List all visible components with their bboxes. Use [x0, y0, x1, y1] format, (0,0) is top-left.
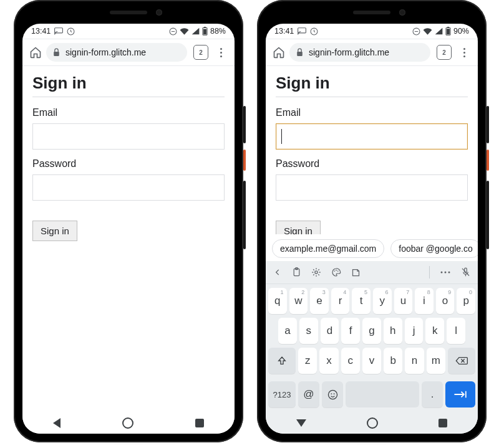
next-key[interactable] — [445, 381, 475, 407]
key-s[interactable]: s — [299, 318, 318, 344]
key-z[interactable]: z — [298, 348, 317, 374]
overflow-menu-icon[interactable] — [458, 48, 470, 57]
power-button — [487, 106, 489, 143]
system-nav-bar — [266, 412, 478, 434]
address-bar: signin-form.glitch.me 2 — [266, 39, 478, 65]
backspace-key[interactable] — [448, 348, 475, 374]
key-r[interactable]: r4 — [331, 288, 350, 314]
svg-point-19 — [334, 270, 335, 272]
phone-right: 13:41 90% signin-form.glitch.m — [257, 0, 487, 442]
key-f[interactable]: f — [341, 318, 360, 344]
svg-point-23 — [445, 272, 447, 274]
key-a[interactable]: a — [278, 318, 297, 344]
battery-icon — [445, 27, 451, 36]
key-m[interactable]: m — [427, 348, 445, 374]
volume-button — [243, 181, 246, 249]
battery-icon — [202, 27, 208, 36]
lock-icon — [52, 48, 61, 57]
email-field[interactable] — [276, 123, 468, 150]
collapse-icon[interactable] — [273, 268, 282, 277]
email-field[interactable] — [32, 123, 225, 150]
key-i[interactable]: i8 — [415, 288, 434, 314]
nav-hide-keyboard-icon[interactable] — [296, 419, 306, 427]
key-u[interactable]: u7 — [394, 288, 413, 314]
svg-point-18 — [315, 271, 317, 274]
key-y[interactable]: y6 — [373, 288, 392, 314]
phone-left: 13:41 88% signin-form.glitch.m — [14, 0, 243, 442]
key-w[interactable]: w2 — [289, 288, 308, 314]
key-l[interactable]: l — [447, 318, 465, 344]
key-q[interactable]: q1 — [268, 288, 287, 314]
status-bar: 13:41 90% — [266, 24, 478, 39]
clipboard-icon[interactable] — [292, 267, 301, 277]
period-key[interactable]: . — [422, 381, 443, 407]
nav-recents-icon[interactable] — [438, 419, 447, 427]
overflow-menu-icon[interactable] — [215, 48, 227, 57]
key-v[interactable]: v — [362, 348, 381, 374]
screen: 13:41 90% signin-form.glitch.m — [266, 24, 478, 434]
svg-point-20 — [336, 270, 337, 271]
cast-icon — [298, 27, 306, 35]
password-label: Password — [276, 158, 468, 169]
key-h[interactable]: h — [384, 318, 402, 344]
key-e[interactable]: e3 — [310, 288, 329, 314]
key-x[interactable]: x — [319, 348, 338, 374]
autofill-suggestion[interactable]: foobar @google.co — [390, 239, 478, 258]
text-caret — [281, 129, 282, 144]
svg-point-31 — [333, 393, 334, 394]
signal-icon — [191, 27, 200, 35]
nav-back-icon[interactable] — [53, 418, 61, 428]
autofill-bar: example.me@gmail.com foobar @google.co — [266, 234, 478, 263]
home-icon[interactable] — [29, 45, 42, 59]
lock-icon — [296, 48, 304, 57]
gear-icon[interactable] — [311, 267, 321, 277]
mic-off-icon[interactable] — [461, 267, 470, 277]
wifi-icon — [180, 27, 189, 35]
key-t[interactable]: t5 — [352, 288, 371, 314]
nav-recents-icon[interactable] — [195, 419, 204, 427]
key-n[interactable]: n — [405, 348, 424, 374]
svg-rect-13 — [447, 27, 449, 27]
omnibox[interactable]: signin-form.glitch.me — [289, 43, 430, 62]
clock-icon — [67, 27, 75, 36]
key-c[interactable]: c — [341, 348, 360, 374]
home-icon[interactable] — [272, 45, 286, 59]
key-j[interactable]: j — [405, 318, 424, 344]
page-title: Sign in — [276, 74, 468, 93]
key-p[interactable]: p0 — [457, 288, 475, 314]
stage: { "left": { "status": {"time": "13:41", … — [0, 0, 499, 448]
nav-home-icon[interactable] — [122, 417, 133, 429]
sticker-icon[interactable] — [351, 268, 361, 277]
emoji-key[interactable] — [322, 381, 343, 407]
symbols-key[interactable]: ?123 — [268, 381, 296, 407]
at-key[interactable]: @ — [298, 381, 319, 407]
svg-rect-6 — [203, 29, 206, 35]
key-b[interactable]: b — [384, 348, 402, 374]
password-field[interactable] — [32, 174, 225, 201]
nav-home-icon[interactable] — [367, 417, 378, 429]
accent-button — [243, 150, 246, 171]
key-d[interactable]: d — [321, 318, 339, 344]
dnd-icon — [412, 27, 420, 36]
dnd-icon — [169, 27, 177, 36]
spacebar-key[interactable] — [346, 381, 419, 407]
front-camera — [156, 9, 162, 16]
palette-icon[interactable] — [331, 267, 341, 277]
rule — [276, 97, 468, 97]
page-title: Sign in — [32, 74, 225, 93]
omnibox[interactable]: signin-form.glitch.me — [46, 43, 187, 62]
more-icon[interactable] — [440, 270, 451, 274]
key-g[interactable]: g — [362, 318, 381, 344]
shift-key[interactable] — [268, 348, 296, 374]
signin-button[interactable]: Sign in — [32, 221, 77, 241]
svg-point-22 — [441, 272, 443, 274]
password-field[interactable] — [276, 174, 468, 201]
svg-rect-15 — [297, 52, 303, 56]
key-o[interactable]: o9 — [436, 288, 455, 314]
url-text: signin-form.glitch.me — [309, 47, 389, 57]
tab-count-button[interactable]: 2 — [437, 45, 452, 60]
autofill-suggestion[interactable]: example.me@gmail.com — [272, 239, 384, 258]
speaker — [353, 11, 390, 14]
tab-count-button[interactable]: 2 — [193, 45, 208, 60]
key-k[interactable]: k — [425, 318, 444, 344]
